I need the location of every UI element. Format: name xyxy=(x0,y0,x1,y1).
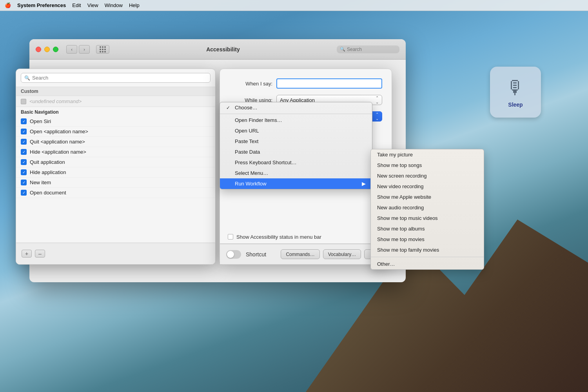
checkbox-hide-app-name[interactable]: ✓ xyxy=(21,149,27,155)
forward-button[interactable]: › xyxy=(79,45,90,54)
menu-edit[interactable]: Edit xyxy=(72,2,81,8)
submenu-item-top-music-videos[interactable]: Show me top music videos xyxy=(371,213,484,223)
menu-window[interactable]: Window xyxy=(105,2,123,8)
panel-search-bar: 🔍 xyxy=(16,69,215,87)
submenu-label-top-songs: Show me top songs xyxy=(377,162,422,168)
submenu-item-top-albums[interactable]: Show me top albums xyxy=(371,223,484,234)
list-item-quit-application[interactable]: ✓ Quit application xyxy=(16,157,215,167)
when-i-say-row: When I say: xyxy=(229,78,382,89)
search-icon-top: 🔍 xyxy=(340,47,345,52)
dropdown-item-paste-text[interactable]: Paste Text xyxy=(220,136,372,147)
when-i-say-input[interactable] xyxy=(276,78,382,89)
dropdown-item-open-finder[interactable]: Open Finder Items… xyxy=(220,115,372,125)
dropdown-label-open-finder: Open Finder Items… xyxy=(235,117,282,123)
checkbox-undefined[interactable] xyxy=(21,99,26,104)
search-input[interactable] xyxy=(32,75,207,81)
checkbox-open-app-name[interactable]: ✓ xyxy=(21,129,27,134)
list-item-undefined[interactable]: <undefined command> xyxy=(16,96,215,107)
list-item-hide-application[interactable]: ✓ Hide application xyxy=(16,167,215,178)
submenu-item-audio-recording[interactable]: New audio recording xyxy=(371,202,484,213)
section-header-custom: Custom xyxy=(16,87,215,96)
remove-command-button[interactable]: – xyxy=(35,250,45,258)
search-input-top[interactable] xyxy=(347,47,396,52)
submenu-label-other: Other… xyxy=(377,261,395,267)
menu-bar: 🍎 System Preferences Edit View Window He… xyxy=(0,0,588,11)
dropdown-item-choose[interactable]: ✓ Choose… xyxy=(220,102,372,113)
submenu-item-top-songs[interactable]: Show me top songs xyxy=(371,160,484,171)
checkbox-hide-application[interactable]: ✓ xyxy=(21,169,27,175)
checkbox-new-item[interactable]: ✓ xyxy=(21,180,27,185)
submenu-label-top-movies: Show me top movies xyxy=(377,236,425,242)
list-item-quit-app-name[interactable]: ✓ Quit <application name> xyxy=(16,137,215,147)
label-open-document: Open document xyxy=(30,190,66,196)
perform-dropdown-arrows-icon: ⌃⌄ xyxy=(376,112,379,121)
submenu-label-top-family-movies: Show me top family movies xyxy=(377,247,439,253)
dropdown-item-select-menu[interactable]: Select Menu… xyxy=(220,168,372,178)
checkbox-quit-app-name[interactable]: ✓ xyxy=(21,139,27,145)
submenu-item-top-movies[interactable]: Show me top movies xyxy=(371,234,484,245)
label-quit-app-name: Quit <application name> xyxy=(30,139,85,145)
shortcut-label: Shortcut xyxy=(246,251,266,258)
submenu-item-top-family-movies[interactable]: Show me top family movies xyxy=(371,245,484,255)
dropdown-item-paste-data[interactable]: Paste Data xyxy=(220,147,372,157)
bottom-action-bar: Shortcut Commands… Vocabulary… Don xyxy=(220,244,392,264)
menu-system-preferences[interactable]: System Preferences xyxy=(17,2,66,8)
dropdown-item-open-url[interactable]: Open URL xyxy=(220,125,372,136)
submenu-item-take-picture[interactable]: Take my picture xyxy=(371,149,484,160)
menu-view[interactable]: View xyxy=(87,2,98,8)
when-i-say-label: When I say: xyxy=(229,81,272,87)
show-accessibility-checkbox[interactable] xyxy=(228,234,233,240)
checkbox-quit-application[interactable]: ✓ xyxy=(21,159,27,165)
submenu-item-screen-recording[interactable]: New screen recording xyxy=(371,171,484,181)
menu-help[interactable]: Help xyxy=(129,2,140,8)
dropdown-label-press-keyboard: Press Keyboard Shortcut… xyxy=(235,160,297,165)
label-open-siri: Open Siri xyxy=(30,118,51,124)
show-accessibility-row: Show Accessibility status in menu bar ? xyxy=(220,230,392,243)
list-item-new-item[interactable]: ✓ New item xyxy=(16,178,215,188)
label-quit-application: Quit application xyxy=(30,159,65,165)
check-icon-choose: ✓ xyxy=(226,105,232,111)
dropdown-label-open-url: Open URL xyxy=(235,128,259,134)
back-button[interactable]: ‹ xyxy=(66,45,77,54)
submenu-item-apple-website[interactable]: Show me Apple website xyxy=(371,192,484,202)
dropdown-label-paste-text: Paste Text xyxy=(235,138,258,144)
sys-prefs-titlebar: ‹ › Accessibility 🔍 xyxy=(29,39,406,60)
checkbox-open-document[interactable]: ✓ xyxy=(21,190,27,196)
maximize-button[interactable] xyxy=(53,47,58,52)
list-item-open-document[interactable]: ✓ Open document xyxy=(16,188,215,198)
vocabulary-button[interactable]: Vocabulary… xyxy=(323,249,361,259)
close-button[interactable] xyxy=(36,47,41,52)
shortcut-toggle[interactable] xyxy=(226,250,241,259)
dropdown-label-choose: Choose… xyxy=(235,105,258,111)
search-icon: 🔍 xyxy=(24,75,30,81)
add-command-button[interactable]: + xyxy=(22,250,32,258)
commands-button[interactable]: Commands… xyxy=(281,249,319,259)
dropdown-item-run-workflow[interactable]: Run Workflow ▶ xyxy=(220,178,372,189)
list-item-open-app-name[interactable]: ✓ Open <application name> xyxy=(16,127,215,137)
grid-view-button[interactable] xyxy=(96,45,109,54)
list-item-hide-app-name[interactable]: ✓ Hide <application name> xyxy=(16,147,215,157)
window-title: Accessibility xyxy=(113,46,334,53)
checkbox-open-siri[interactable]: ✓ xyxy=(21,118,27,124)
submenu-label-top-albums: Show me top albums xyxy=(377,226,425,232)
submenu-label-take-picture: Take my picture xyxy=(377,152,413,158)
submenu-item-other[interactable]: Other… xyxy=(371,259,484,269)
dropdown-item-press-keyboard[interactable]: Press Keyboard Shortcut… xyxy=(220,157,372,168)
bottom-buttons: Commands… Vocabulary… Don xyxy=(281,249,385,259)
submenu-item-video-recording[interactable]: New video recording xyxy=(371,181,484,192)
minimize-button[interactable] xyxy=(44,47,50,52)
dropdown-label-run-workflow: Run Workflow xyxy=(235,181,267,187)
search-field[interactable]: 🔍 xyxy=(21,73,211,83)
sleep-widget: 🎙 Sleep xyxy=(490,67,541,118)
microphone-icon: 🎙 xyxy=(506,77,525,98)
list-item-open-siri[interactable]: ✓ Open Siri xyxy=(16,116,215,127)
submenu-label-apple-website: Show me Apple website xyxy=(377,194,431,200)
apple-menu[interactable]: 🍎 xyxy=(5,2,11,8)
dropdown-arrows-icon: ⌃⌄ xyxy=(376,96,379,104)
label-hide-application: Hide application xyxy=(30,169,66,175)
label-open-app-name: Open <application name> xyxy=(30,129,88,134)
dropdown-separator-1 xyxy=(220,114,372,114)
search-box-top[interactable]: 🔍 xyxy=(337,45,399,53)
accessibility-panel: 🔍 Custom <undefined command> Basic Navig… xyxy=(16,69,216,265)
sleep-label: Sleep xyxy=(508,102,523,108)
